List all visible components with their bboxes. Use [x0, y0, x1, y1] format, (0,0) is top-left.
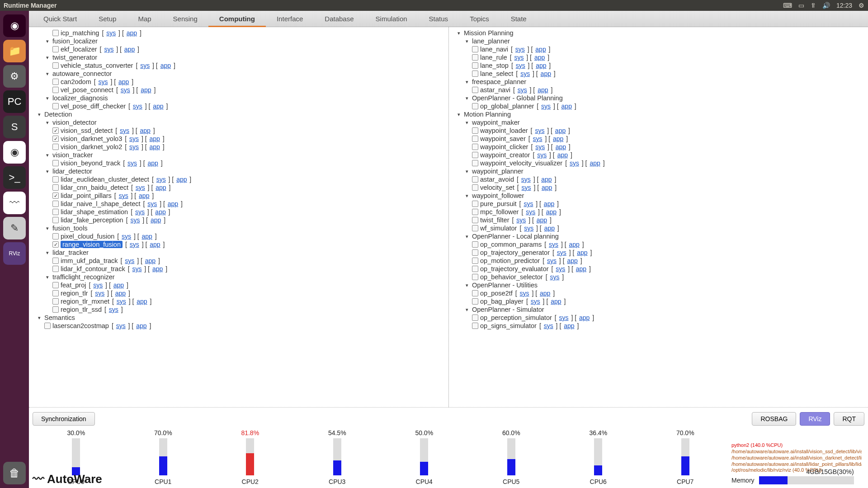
sys-link[interactable]: sys: [129, 143, 139, 150]
app-link[interactable]: app: [156, 184, 166, 191]
app-link[interactable]: app: [538, 86, 548, 94]
launcher-chrome[interactable]: ◉: [3, 141, 26, 164]
left-tree-pane[interactable]: icp_matching[ sys ] [ app ]fusion_locali…: [29, 27, 448, 407]
sys-link[interactable]: sys: [122, 233, 131, 240]
launcher-rviz[interactable]: RViz: [3, 242, 26, 265]
launcher-sublime[interactable]: S: [3, 116, 26, 138]
checkbox[interactable]: [44, 323, 51, 329]
tree-row-pixel-cloud-fusion[interactable]: pixel_cloud_fusion[ sys ] [ app ]: [33, 232, 445, 240]
tree-row-region-tlr[interactable]: region_tlr[ sys ] [ app ]: [33, 289, 445, 297]
tree-row-vision-darknet-yolo2[interactable]: vision_darknet_yolo2[ sys ] [ app ]: [33, 143, 445, 151]
sys-link[interactable]: sys: [93, 282, 103, 289]
tree-row-vision-beyond-track[interactable]: vision_beyond_track[ sys ] [ app ]: [33, 159, 445, 167]
launcher-editor[interactable]: ✎: [3, 217, 26, 239]
expander-icon[interactable]: [44, 119, 51, 126]
expander-icon[interactable]: [464, 79, 470, 85]
tree-row-op-trajectory-generator[interactable]: op_trajectory_generator[ sys ] [ app ]: [452, 249, 864, 257]
tree-row-waypoint-velocity-visualizer[interactable]: waypoint_velocity_visualizer[ sys ] [ ap…: [452, 159, 864, 167]
sys-link[interactable]: sys: [541, 103, 551, 110]
app-link[interactable]: app: [540, 290, 550, 297]
checkbox[interactable]: [472, 249, 478, 256]
tree-row-openplanner-global-planning[interactable]: OpenPlanner - Global Planning: [452, 94, 864, 102]
expander-icon[interactable]: [464, 306, 470, 313]
expander-icon[interactable]: [464, 233, 470, 239]
sys-link[interactable]: sys: [133, 103, 142, 110]
app-link[interactable]: app: [535, 46, 546, 53]
sys-link[interactable]: sys: [130, 241, 139, 248]
tab-simulation[interactable]: Simulation: [365, 11, 418, 27]
app-link[interactable]: app: [113, 282, 124, 289]
app-link[interactable]: app: [544, 225, 555, 232]
sys-link[interactable]: sys: [125, 257, 134, 264]
app-link[interactable]: app: [542, 184, 552, 191]
sys-link[interactable]: sys: [535, 127, 544, 134]
sys-link[interactable]: sys: [518, 86, 527, 94]
expander-icon[interactable]: [44, 38, 51, 44]
expander-icon[interactable]: [464, 282, 470, 288]
app-link[interactable]: app: [541, 176, 552, 183]
tab-status[interactable]: Status: [418, 11, 459, 27]
app-link[interactable]: app: [147, 160, 158, 167]
sys-link[interactable]: sys: [559, 314, 569, 321]
sys-link[interactable]: sys: [104, 46, 113, 53]
tree-row-icp-matching[interactable]: icp_matching[ sys ] [ app ]: [33, 29, 445, 37]
checkbox[interactable]: [52, 144, 59, 150]
sys-link[interactable]: sys: [520, 70, 530, 77]
sys-link[interactable]: sys: [119, 192, 128, 199]
checkbox[interactable]: [52, 290, 59, 296]
app-link[interactable]: app: [136, 322, 146, 329]
tree-row-lane-navi[interactable]: lane_navi[ sys ] [ app ]: [452, 45, 864, 53]
app-link[interactable]: app: [564, 322, 574, 329]
sys-link[interactable]: sys: [99, 78, 108, 85]
rqt-button[interactable]: RQT: [834, 412, 864, 426]
wifi-icon[interactable]: ⥣: [811, 2, 816, 9]
checkbox[interactable]: ✓: [52, 241, 59, 248]
app-link[interactable]: app: [569, 241, 579, 248]
checkbox[interactable]: [472, 87, 478, 93]
checkbox[interactable]: [472, 323, 478, 329]
rosbag-button[interactable]: ROSBAG: [752, 412, 796, 426]
sys-link[interactable]: sys: [550, 273, 559, 281]
tree-row-lidar-kf-contour-track[interactable]: lidar_kf_contour_track[ sys ] [ app ]: [33, 265, 445, 273]
tree-row-waypoint-clicker[interactable]: waypoint_clicker[ sys ] [ app ]: [452, 143, 864, 151]
tree-row-lane-planner[interactable]: lane_planner: [452, 37, 864, 45]
checkbox[interactable]: [472, 176, 478, 183]
tree-row-astar-avoid[interactable]: astar_avoid[ sys ] [ app ]: [452, 175, 864, 183]
expander-icon[interactable]: [456, 30, 462, 36]
checkbox[interactable]: [472, 103, 478, 109]
sys-link[interactable]: sys: [520, 290, 529, 297]
app-link[interactable]: app: [577, 249, 587, 256]
tree-row-motion-planning[interactable]: Motion Planning: [452, 110, 864, 118]
expander-icon[interactable]: [464, 119, 470, 126]
sys-link[interactable]: sys: [136, 184, 145, 191]
tree-row-imm-ukf-pda-track[interactable]: imm_ukf_pda_track[ sys ] [ app ]: [33, 257, 445, 265]
tree-row-openplanner-simulator[interactable]: OpenPlanner - Simulator: [452, 305, 864, 314]
checkbox[interactable]: [472, 274, 478, 280]
checkbox[interactable]: [472, 290, 478, 296]
sys-link[interactable]: sys: [515, 46, 525, 53]
clock-text[interactable]: 12:23: [836, 2, 852, 9]
sys-link[interactable]: sys: [522, 184, 531, 191]
app-link[interactable]: app: [551, 298, 561, 305]
checkbox[interactable]: [472, 152, 478, 158]
app-link[interactable]: app: [150, 241, 160, 248]
tree-row-waypoint-loader[interactable]: waypoint_loader[ sys ] [ app ]: [452, 127, 864, 135]
launcher-trash[interactable]: 🗑: [3, 462, 26, 484]
app-link[interactable]: app: [124, 46, 135, 53]
tree-row-lidar-detector[interactable]: lidar_detector: [33, 167, 445, 175]
sys-link[interactable]: sys: [106, 29, 116, 37]
tree-row-range-vision-fusion[interactable]: ✓range_vision_fusion[ sys ] [ app ]: [33, 240, 445, 249]
sys-link[interactable]: sys: [121, 86, 130, 94]
checkbox[interactable]: [472, 160, 478, 166]
app-link[interactable]: app: [151, 216, 161, 224]
tree-row-vision-darknet-yolo3[interactable]: ✓vision_darknet_yolo3[ sys ] [ app ]: [33, 135, 445, 143]
tree-row-vel-pose-connect[interactable]: vel_pose_connect[ sys ] [ app ]: [33, 86, 445, 94]
checkbox[interactable]: [472, 127, 478, 134]
checkbox[interactable]: [52, 103, 59, 109]
sys-link[interactable]: sys: [129, 135, 139, 142]
tree-row-op-global-planner[interactable]: op_global_planner[ sys ] [ app ]: [452, 102, 864, 110]
tree-row-region-tlr-ssd[interactable]: region_tlr_ssd[ sys ]: [33, 305, 445, 314]
tree-row-lane-select[interactable]: lane_select[ sys ] [ app ]: [452, 70, 864, 78]
sys-link[interactable]: sys: [533, 135, 542, 142]
tab-topics[interactable]: Topics: [459, 11, 500, 27]
